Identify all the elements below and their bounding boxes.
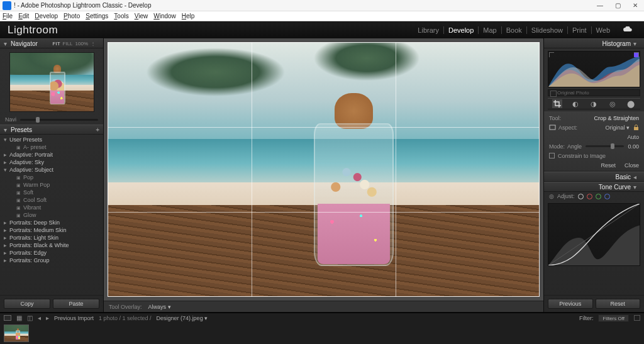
second-monitor-icon[interactable]	[4, 315, 11, 321]
crop-frame[interactable]	[108, 42, 540, 297]
crop-panel: Tool:Crop & Straighten Aspect: Original …	[544, 111, 644, 170]
zoom-100[interactable]: 100%	[75, 41, 88, 47]
brush-tool-icon[interactable]: ⬤	[626, 99, 636, 108]
preset-group[interactable]: ▸Portraits: Black & White	[0, 241, 103, 249]
navigator-preview[interactable]	[9, 52, 94, 112]
filmstrip-source[interactable]: Previous Import	[54, 315, 94, 321]
paste-button[interactable]: Paste	[53, 299, 99, 309]
copy-button[interactable]: Copy	[4, 299, 50, 309]
compare-view-icon[interactable]: ◫	[27, 314, 33, 321]
navigator-header[interactable]: ▾ Navigator FIT FILL 100% ⋮	[0, 38, 103, 48]
curve-channel-green[interactable]	[596, 194, 601, 199]
histogram-title: Histogram	[602, 40, 631, 47]
highlight-clip-icon[interactable]	[634, 52, 639, 57]
preset-item[interactable]: ▣Cool Soft	[0, 196, 103, 204]
menu-help[interactable]: Help	[182, 13, 195, 19]
preset-group[interactable]: ▸Portraits: Light Skin	[0, 234, 103, 241]
preset-group[interactable]: ▸Portraits: Deep Skin	[0, 219, 103, 226]
maximize-button[interactable]: ▢	[609, 2, 626, 9]
preset-item[interactable]: ▣Soft	[0, 189, 103, 196]
menu-settings[interactable]: Settings	[86, 13, 108, 19]
preset-item[interactable]: ▣Vibrant	[0, 204, 103, 211]
module-library[interactable]: Library	[414, 26, 443, 34]
angle-slider[interactable]	[586, 145, 624, 147]
preset-group[interactable]: ▸Adaptive: Portrait	[0, 151, 103, 158]
curve-channel-blue[interactable]	[604, 194, 610, 199]
curve-channel-rgb[interactable]	[578, 194, 584, 199]
cloud-sync-icon[interactable]	[619, 26, 636, 33]
preset-group[interactable]: ▸Portraits: Group	[0, 257, 103, 264]
preset-item[interactable]: ▣A- preset	[0, 143, 103, 151]
nav-slider[interactable]: Navi	[0, 114, 103, 125]
module-book[interactable]: Book	[502, 26, 526, 34]
aspect-menu[interactable]: Original ▾	[605, 125, 630, 131]
menu-edit[interactable]: Edit	[18, 13, 29, 19]
tool-overlay-mode[interactable]: Always ▾	[148, 304, 171, 310]
crop-panel-title: Crop & Straighten	[594, 115, 639, 121]
aspect-icon[interactable]	[549, 124, 556, 131]
module-print[interactable]: Print	[569, 26, 591, 34]
histogram[interactable]	[548, 51, 640, 87]
module-slideshow[interactable]: Slideshow	[528, 26, 567, 34]
previous-button[interactable]: Previous	[548, 299, 593, 309]
filmstrip-thumb[interactable]	[4, 325, 29, 342]
filmstrip: ▦ ◫ ◂ ▸ Previous Import 1 photo / 1 sele…	[0, 313, 644, 344]
target-adjust-icon[interactable]: ◎	[549, 193, 554, 199]
os-titlebar: ! - Adobe Photoshop Lightroom Classic - …	[0, 0, 644, 11]
crop-tool-icon[interactable]	[552, 99, 562, 108]
reset-button[interactable]: Reset	[596, 299, 641, 309]
preset-group[interactable]: ▸Portraits: Edgy	[0, 249, 103, 257]
redeye-tool-icon[interactable]: ◎	[608, 99, 618, 108]
close-button[interactable]: ✕	[626, 2, 644, 9]
lock-icon[interactable]	[633, 125, 639, 131]
filmstrip-filename[interactable]: Designer (74).jpeg ▾	[157, 315, 208, 321]
histogram-header[interactable]: Histogram ▾	[544, 38, 644, 48]
shadow-clip-icon[interactable]	[549, 52, 554, 57]
crop-reset-button[interactable]: Reset	[601, 162, 616, 169]
preset-item[interactable]: ▣Pop	[0, 174, 103, 181]
image-canvas[interactable]	[108, 42, 540, 297]
menu-photo[interactable]: Photo	[64, 13, 80, 19]
preset-item[interactable]: ▣Warm Pop	[0, 181, 103, 189]
develop-toolstrip: ◐ ◑ ◎ ⬤	[548, 98, 640, 109]
presets-add-icon[interactable]: +	[96, 126, 99, 133]
preset-group[interactable]: ▾User Presets	[0, 136, 103, 143]
preset-list: ▾User Presets▣A- preset▸Adaptive: Portra…	[0, 135, 103, 295]
minimize-button[interactable]: —	[591, 2, 609, 9]
left-panel: ▾ Navigator FIT FILL 100% ⋮ Navi	[0, 38, 104, 312]
basic-header[interactable]: Basic ◂	[544, 172, 644, 182]
presets-header[interactable]: ▾ Presets +	[0, 125, 103, 135]
filters-off-dropdown[interactable]: Filters Off	[598, 314, 629, 322]
menu-view[interactable]: View	[135, 13, 148, 19]
module-map[interactable]: Map	[479, 26, 500, 34]
next-photo-icon[interactable]: ▸	[46, 314, 49, 321]
curve-channel-red[interactable]	[587, 194, 592, 199]
tone-curve-graph[interactable]	[548, 203, 640, 266]
filter-lock-icon[interactable]	[634, 315, 640, 321]
menu-tools[interactable]: Tools	[114, 13, 128, 19]
heal-tool-icon[interactable]: ◐	[570, 99, 580, 108]
module-web[interactable]: Web	[592, 26, 614, 34]
zoom-more[interactable]: ⋮	[91, 41, 96, 47]
tone-curve-header[interactable]: Tone Curve ▾	[544, 182, 644, 192]
original-photo-toggle[interactable]: Original Photo	[548, 89, 640, 96]
module-picker: Library Develop Map Book Slideshow Print…	[414, 26, 636, 34]
module-develop[interactable]: Develop	[445, 26, 477, 34]
filter-label: Filter:	[579, 315, 594, 321]
constrain-checkbox[interactable]	[549, 153, 555, 158]
preset-item[interactable]: ▣Glow	[0, 211, 103, 219]
svg-rect-1	[634, 127, 638, 130]
grid-view-icon[interactable]: ▦	[16, 314, 22, 321]
preset-group[interactable]: ▾Adaptive: Subject	[0, 166, 103, 174]
preset-group[interactable]: ▸Adaptive: Sky	[0, 158, 103, 166]
zoom-fit[interactable]: FIT	[53, 41, 60, 47]
mask-tool-icon[interactable]: ◑	[589, 99, 599, 108]
auto-straighten-button[interactable]: Auto	[627, 134, 639, 140]
prev-photo-icon[interactable]: ◂	[38, 314, 41, 321]
zoom-fill[interactable]: FILL	[63, 41, 73, 47]
preset-group[interactable]: ▸Portraits: Medium Skin	[0, 226, 103, 234]
crop-close-button[interactable]: Close	[625, 162, 639, 169]
menu-file[interactable]: File	[3, 13, 13, 19]
menu-develop[interactable]: Develop	[35, 13, 58, 19]
menu-window[interactable]: Window	[153, 13, 176, 19]
